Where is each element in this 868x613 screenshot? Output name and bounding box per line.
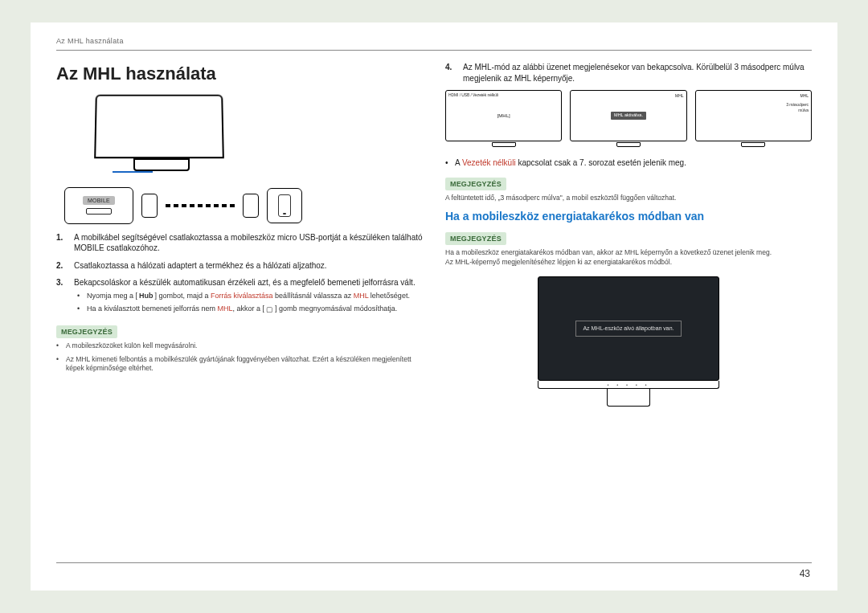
step-list: A mobilkábel segítségével csatlakoztassa… — [56, 232, 423, 314]
t: beállításnál válassza az — [273, 292, 354, 300]
note-badge-left: MEGJEGYZÉS — [56, 325, 117, 338]
big-monitor: Az MHL-eszköz alvó állapotban van. • • •… — [538, 276, 719, 407]
t: , akkor a [ — [233, 304, 265, 313]
right-bullets: A Vezeték nélküli kapcsolat csak a 7. so… — [445, 157, 812, 169]
mini3-label: MHL — [800, 93, 809, 99]
t: lehetőséget. — [368, 292, 410, 300]
top-rule — [56, 50, 812, 51]
note-left-2: Az MHL kimeneti felbontás a mobilkészülé… — [56, 355, 423, 374]
step-list-right: Az MHL-mód az alábbi üzenet megjelenések… — [445, 62, 812, 84]
running-head: Az MHL használata — [56, 37, 812, 45]
right-bullet-1: A Vezeték nélküli kapcsolat csak a 7. so… — [445, 157, 812, 169]
manual-page: Az MHL használata Az MHL használata MOBI… — [31, 22, 837, 591]
right-note-2a: Ha a mobileszköz energiatakarékos módban… — [445, 248, 812, 257]
t: A — [455, 158, 462, 167]
note-badge-right-1: MEGJEGYZÉS — [445, 178, 506, 190]
mini-monitor-2: MHL MHL aktiválva. — [570, 90, 686, 141]
source-icon: ▢ — [264, 304, 275, 314]
mini2-msg: MHL aktiválva. — [611, 112, 646, 119]
mini3-delay: 3 másodperc múlva — [776, 102, 809, 113]
t: ] gombot, majd a — [155, 292, 211, 300]
big-monitor-message: Az MHL-eszköz alvó állapotban van. — [575, 321, 681, 336]
monitor-illustration — [64, 94, 281, 182]
t: Forrás kiválasztása — [211, 292, 273, 300]
mini-monitor-3: MHL 3 másodperc múlva — [695, 90, 812, 141]
step-3-sub-1: Nyomja meg a [Hub] gombot, majd a Forrás… — [77, 291, 423, 301]
port-slot-icon — [86, 208, 112, 215]
hub-label: Hub — [139, 292, 154, 300]
page-title: Az MHL használata — [56, 62, 423, 86]
note-left-1: A mobileszközöket külön kell megvásároln… — [56, 341, 423, 350]
phone-card — [267, 188, 302, 223]
step-3: Bekapcsoláskor a készülék automatikusan … — [56, 277, 423, 314]
note-badge-right-2: MEGJEGYZÉS — [445, 232, 506, 245]
three-monitors: HDMI / USB / Vezeték nélküli [MHL] MHL M… — [445, 90, 812, 157]
mini1-topbar: HDMI / USB / Vezeték nélküli — [448, 92, 498, 98]
page-number: 43 — [800, 568, 810, 579]
footer-rule — [56, 562, 812, 563]
big-monitor-wrap: Az MHL-eszköz alvó állapotban van. • • •… — [445, 276, 812, 407]
left-column: Az MHL használata MOBILE A mobil — [56, 62, 423, 407]
step-3-sub: Nyomja meg a [Hub] gombot, majd a Forrás… — [74, 291, 423, 314]
t: kapcsolat csak a 7. sorozat esetén jelen… — [516, 158, 686, 167]
t: Nyomja meg a [ — [87, 292, 137, 300]
step-2: Csatlakoztassa a hálózati adaptert a ter… — [56, 260, 423, 272]
t: MHL — [218, 304, 233, 313]
mobile-port-label: MOBILE — [83, 196, 115, 205]
t: MHL — [354, 292, 369, 300]
hub-icon: Hub — [137, 291, 155, 300]
t: ] gomb megnyomásával módosíthatja. — [275, 304, 397, 313]
cable-line-icon — [166, 198, 235, 213]
step-4: Az MHL-mód az alábbi üzenet megjelenések… — [445, 62, 812, 84]
mini-monitor-1: HDMI / USB / Vezeték nélküli [MHL] — [445, 90, 562, 141]
mobile-port-card: MOBILE — [64, 187, 133, 224]
cable-plug-right-icon — [243, 194, 259, 218]
phone-icon — [278, 194, 291, 217]
step-1: A mobilkábel segítségével csatlakoztassa… — [56, 232, 423, 254]
two-column-layout: Az MHL használata MOBILE A mobil — [56, 62, 812, 407]
note-left-list: A mobileszközöket külön kell megvásároln… — [56, 341, 423, 373]
mini1-center: [MHL] — [497, 112, 510, 119]
cable-plug-left-icon — [141, 194, 158, 218]
t: Ha a kiválasztott bemeneti jelforrás nem — [87, 304, 218, 313]
mini2-label: MHL — [675, 93, 684, 99]
step-3-text: Bekapcsoláskor a készülék automatikusan … — [74, 278, 416, 287]
right-note-1: A feltüntetett idő, „3 másodperc múlva",… — [445, 194, 812, 202]
right-column: Az MHL-mód az alábbi üzenet megjelenések… — [445, 62, 812, 407]
step-3-sub-2: Ha a kiválasztott bemeneti jelforrás nem… — [77, 304, 423, 314]
connector-row: MOBILE — [64, 187, 423, 224]
t: Vezeték nélküli — [462, 158, 516, 167]
section-heading-energy: Ha a mobileszköz energiatakarékos módban… — [445, 209, 812, 224]
big-monitor-screen: Az MHL-eszköz alvó állapotban van. — [538, 276, 719, 381]
right-note-2b: Az MHL-képernyő megjelenítéséhez lépjen … — [445, 258, 812, 267]
big-monitor-chin: • • • • • — [538, 381, 719, 389]
big-monitor-stand — [607, 389, 650, 407]
